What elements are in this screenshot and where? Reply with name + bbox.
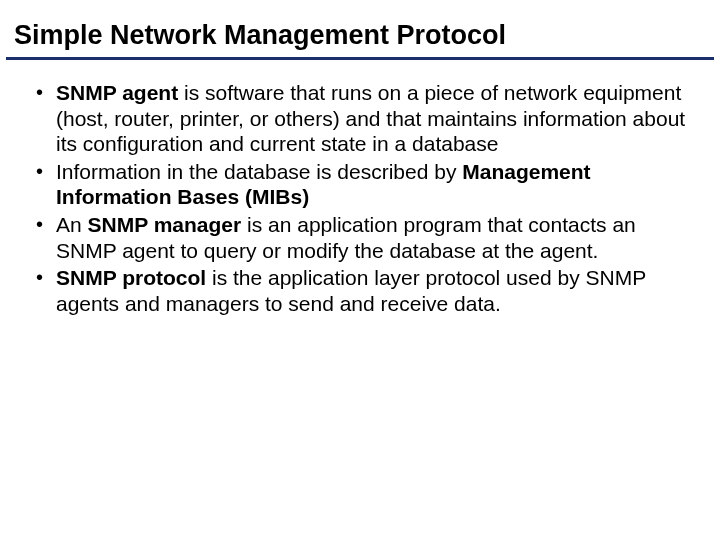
list-item: SNMP agent is software that runs on a pi… xyxy=(30,80,690,157)
body-text: An xyxy=(56,213,88,236)
title-underline xyxy=(6,57,714,60)
bold-text: SNMP agent xyxy=(56,81,178,104)
slide-title: Simple Network Management Protocol xyxy=(0,20,720,57)
bold-text: SNMP manager xyxy=(88,213,242,236)
list-item: An SNMP manager is an application progra… xyxy=(30,212,690,263)
slide-content: SNMP agent is software that runs on a pi… xyxy=(0,80,720,316)
list-item: Information in the database is described… xyxy=(30,159,690,210)
list-item: SNMP protocol is the application layer p… xyxy=(30,265,690,316)
body-text: Information in the database is described… xyxy=(56,160,462,183)
bullet-list: SNMP agent is software that runs on a pi… xyxy=(30,80,690,316)
bold-text: SNMP protocol xyxy=(56,266,206,289)
